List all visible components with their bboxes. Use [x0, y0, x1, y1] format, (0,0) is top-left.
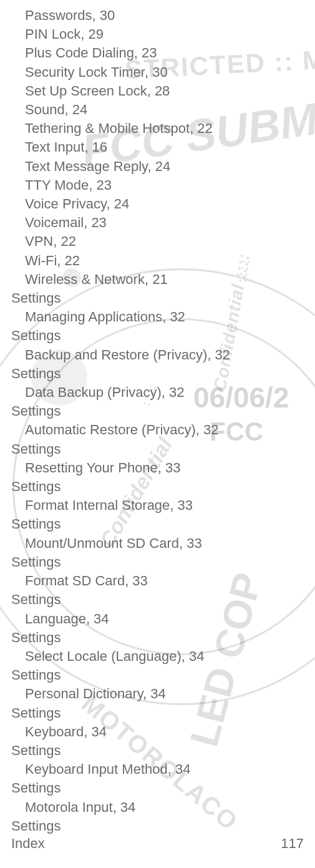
index-sub-entry: Mount/Unmount SD Card, 33: [11, 534, 304, 553]
index-sub-entry: Set Up Screen Lock, 28: [11, 82, 304, 100]
index-top-entry: Settings: [11, 326, 304, 345]
index-sub-entry: Passwords, 30: [11, 6, 304, 25]
index-sub-entry: Voice Privacy, 24: [11, 195, 304, 213]
index-sub-entry: Voicemail, 23: [11, 213, 304, 232]
index-sub-entry: Select Locale (Language), 34: [11, 647, 304, 666]
index-top-entry: Settings: [11, 440, 304, 459]
index-sub-entry: Backup and Restore (Privacy), 32: [11, 346, 304, 364]
index-sub-entry: Language, 34: [11, 610, 304, 628]
index-sub-entry: Wireless & Network, 21: [11, 270, 304, 289]
index-top-entry: Settings: [11, 289, 304, 308]
index-sub-entry: Personal Dictionary, 34: [11, 685, 304, 703]
index-sub-entry: Sound, 24: [11, 100, 304, 119]
index-top-entry: Settings: [11, 590, 304, 609]
index-content: Passwords, 30PIN Lock, 29Plus Code Diali…: [0, 0, 315, 836]
index-top-entry: Settings: [11, 704, 304, 723]
index-top-entry: Settings: [11, 817, 304, 836]
index-sub-entry: Motorola Input, 34: [11, 798, 304, 817]
index-top-entry: Settings: [11, 364, 304, 383]
index-sub-entry: TTY Mode, 23: [11, 176, 304, 195]
index-sub-entry: Text Input, 16: [11, 138, 304, 157]
footer-page-number: 117: [281, 836, 304, 852]
index-sub-entry: PIN Lock, 29: [11, 25, 304, 44]
index-sub-entry: Tethering & Mobile Hotspot, 22: [11, 119, 304, 138]
page-footer: Index 117: [11, 836, 304, 852]
index-sub-entry: Security Lock Timer, 30: [11, 63, 304, 82]
index-sub-entry: Format Internal Storage, 33: [11, 496, 304, 515]
index-top-entry: Settings: [11, 628, 304, 647]
index-top-entry: Settings: [11, 477, 304, 496]
index-sub-entry: Wi-Fi, 22: [11, 251, 304, 270]
index-top-entry: Settings: [11, 741, 304, 760]
footer-section-label: Index: [11, 836, 45, 852]
index-sub-entry: Format SD Card, 33: [11, 572, 304, 590]
index-sub-entry: Keyboard Input Method, 34: [11, 760, 304, 779]
index-sub-entry: Text Message Reply, 24: [11, 157, 304, 176]
index-sub-entry: Managing Applications, 32: [11, 308, 304, 326]
index-top-entry: Settings: [11, 402, 304, 421]
index-sub-entry: Resetting Your Phone, 33: [11, 459, 304, 477]
index-top-entry: Settings: [11, 553, 304, 572]
index-sub-entry: Plus Code Dialing, 23: [11, 44, 304, 62]
index-sub-entry: Data Backup (Privacy), 32: [11, 383, 304, 402]
index-sub-entry: VPN, 22: [11, 232, 304, 251]
index-sub-entry: Keyboard, 34: [11, 723, 304, 741]
index-sub-entry: Automatic Restore (Privacy), 32: [11, 421, 304, 439]
index-top-entry: Settings: [11, 515, 304, 534]
index-top-entry: Settings: [11, 666, 304, 685]
index-top-entry: Settings: [11, 779, 304, 797]
